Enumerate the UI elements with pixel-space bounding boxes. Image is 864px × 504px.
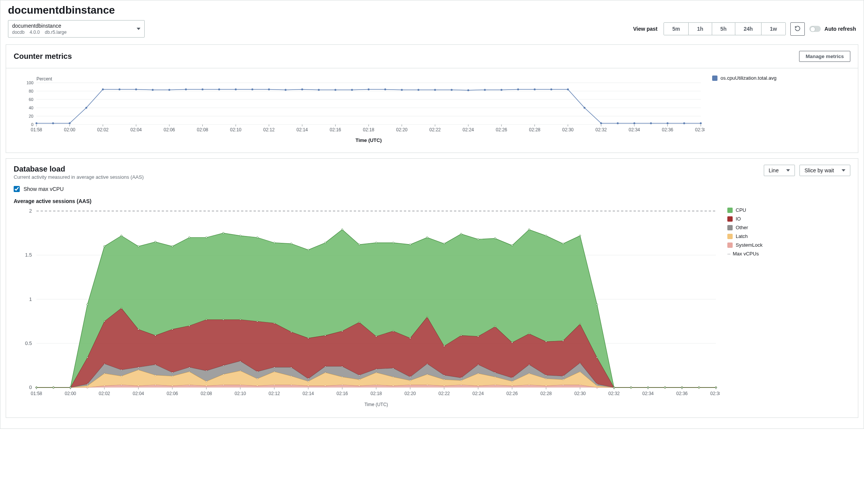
svg-text:1.5: 1.5 [25,252,32,258]
instance-name: documentdbinstance [12,23,66,29]
legend-swatch [712,76,717,81]
svg-text:60: 60 [29,97,33,102]
chevron-down-icon [137,28,140,30]
legend-latch[interactable]: Latch [727,233,763,239]
svg-point-31 [334,89,336,91]
svg-point-279 [172,246,173,247]
svg-point-24 [218,88,220,90]
svg-text:02:36: 02:36 [676,391,687,396]
svg-point-280 [189,237,190,238]
view-past-5m[interactable]: 5m [664,23,689,35]
svg-point-28 [285,89,287,91]
aas-chart-title: Average active sessions (AAS) [6,198,858,207]
legend-swatch [727,243,733,248]
svg-point-41 [501,89,503,91]
manage-metrics-button[interactable]: Manage metrics [799,51,850,62]
counter-metrics-chart: Percent02040608010001:5802:0002:0202:040… [14,75,705,143]
legend-io[interactable]: IO [727,216,763,222]
svg-point-25 [235,88,237,90]
svg-text:01:58: 01:58 [31,127,42,132]
svg-text:02:36: 02:36 [662,127,673,132]
svg-text:0.5: 0.5 [25,340,32,346]
legend-swatch [727,216,733,222]
svg-point-43 [534,88,536,90]
svg-point-310 [698,387,700,388]
legend-systemlock[interactable]: SystemLock [727,242,763,248]
svg-point-284 [257,237,258,238]
svg-text:02:30: 02:30 [562,127,574,132]
view-past-1h[interactable]: 1h [689,23,712,35]
page-title: documentdbinstance [8,4,856,16]
svg-point-22 [185,88,187,90]
chart-type-select[interactable]: Line [764,165,795,176]
auto-refresh-toggle[interactable] [809,26,821,32]
svg-point-282 [222,232,224,234]
svg-text:02:28: 02:28 [540,391,552,396]
view-past-1w[interactable]: 1w [762,23,785,35]
svg-text:02:32: 02:32 [595,127,607,132]
svg-point-40 [484,89,486,91]
database-load-panel: Database load Current activity measured … [6,158,858,418]
svg-point-26 [251,88,253,90]
svg-point-19 [135,88,137,90]
legend-swatch [727,234,733,239]
slice-by-select[interactable]: Slice by wait [799,165,850,176]
chevron-down-icon [786,169,790,172]
database-load-chart: 00.511.5201:5802:0002:0202:0402:0602:080… [14,207,720,408]
svg-point-276 [121,235,122,236]
svg-point-18 [118,88,120,90]
svg-text:02:10: 02:10 [230,127,241,132]
instance-version: 4.0.0 [30,30,40,35]
svg-text:80: 80 [29,89,33,93]
svg-point-47 [600,122,602,124]
svg-point-27 [268,88,270,90]
view-past-24h[interactable]: 24h [735,23,762,35]
svg-point-291 [375,242,377,244]
svg-point-299 [511,245,513,246]
legend-maxvcpus[interactable]: - -Max vCPUs [727,251,763,257]
svg-point-51 [667,122,668,124]
svg-point-30 [318,89,320,91]
svg-text:02:38: 02:38 [710,391,720,396]
svg-text:02:26: 02:26 [496,127,507,132]
legend-label: Other [736,225,748,230]
svg-point-33 [368,88,370,90]
svg-point-52 [683,122,685,124]
svg-text:02:00: 02:00 [64,127,75,132]
svg-point-48 [617,122,619,124]
svg-text:02:30: 02:30 [574,391,586,396]
svg-text:02:22: 02:22 [438,391,450,396]
svg-text:100: 100 [27,80,33,85]
legend-label: Latch [736,233,748,239]
svg-text:20: 20 [29,114,33,118]
view-past-group: 5m 1h 5h 24h 1w [664,22,786,35]
svg-point-298 [494,238,496,239]
svg-point-37 [434,89,436,91]
svg-text:02:20: 02:20 [396,127,407,132]
svg-point-283 [240,235,241,236]
svg-point-301 [546,235,547,236]
legend-cpu[interactable]: CPU [727,207,763,213]
svg-point-36 [418,89,419,91]
svg-text:02:20: 02:20 [404,391,416,396]
svg-point-289 [342,229,343,230]
svg-point-45 [567,88,569,90]
svg-text:02:02: 02:02 [97,127,109,132]
dash-icon: - - [727,251,730,257]
svg-point-294 [426,237,428,238]
refresh-button[interactable] [790,22,805,36]
show-max-vcpu-checkbox[interactable] [14,186,20,192]
svg-point-296 [460,233,462,235]
svg-text:02:18: 02:18 [363,127,374,132]
svg-text:02:08: 02:08 [197,127,208,132]
instance-class: db.r5.large [45,30,66,35]
svg-text:02:38: 02:38 [695,127,705,132]
chevron-down-icon [842,169,845,172]
svg-text:02:00: 02:00 [65,391,76,396]
instance-selector[interactable]: documentdbinstance docdb 4.0.0 db.r5.lar… [8,20,145,38]
svg-text:02:24: 02:24 [472,391,484,396]
legend-other[interactable]: Other [727,225,763,230]
legend-swatch [727,208,733,213]
legend-cpu-util[interactable]: os.cpuUtilization.total.avg [712,75,776,81]
view-past-5h[interactable]: 5h [712,23,735,35]
